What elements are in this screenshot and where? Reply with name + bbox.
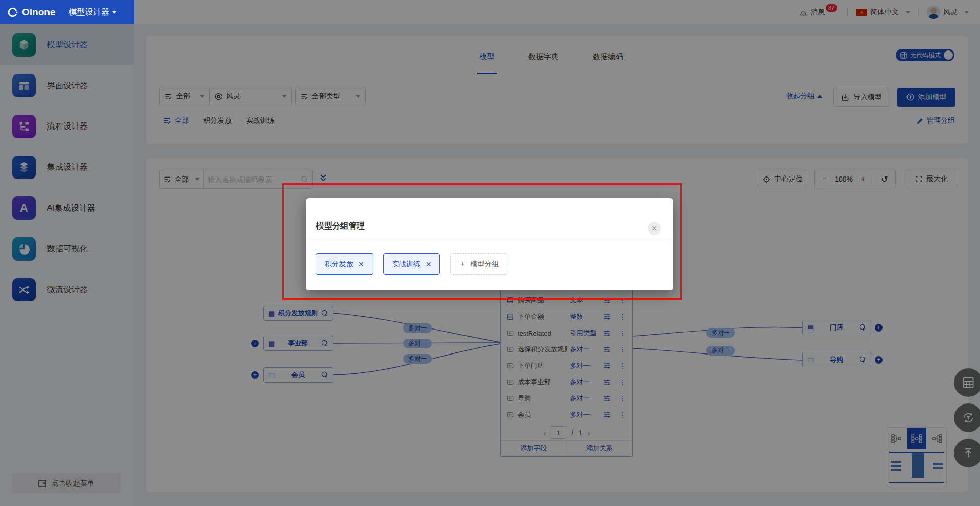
modal-title: 模型分组管理 bbox=[316, 221, 365, 232]
group-tag-points[interactable]: 积分发放 ✕ bbox=[316, 253, 373, 275]
modal-overlay bbox=[134, 0, 980, 24]
logo-text: Oinone bbox=[22, 7, 55, 18]
model-group-modal: 模型分组管理 ✕ 积分发放 ✕ 实战训练 ✕ ＋ 模型分组 bbox=[306, 198, 673, 290]
header-brand-area: Oinone 模型设计器 bbox=[0, 0, 134, 24]
add-group-button[interactable]: ＋ 模型分组 bbox=[450, 253, 507, 275]
chevron-down-icon bbox=[112, 11, 116, 14]
modal-body: 积分发放 ✕ 实战训练 ✕ ＋ 模型分组 bbox=[306, 239, 673, 275]
close-icon[interactable]: ✕ bbox=[648, 222, 661, 235]
group-tag-label: 实战训练 bbox=[392, 260, 421, 269]
plus-icon: ＋ bbox=[459, 260, 466, 269]
modal-header: 模型分组管理 ✕ bbox=[306, 198, 673, 239]
app-switcher-label: 模型设计器 bbox=[68, 7, 109, 18]
remove-tag-icon[interactable]: ✕ bbox=[358, 260, 364, 268]
app-switcher[interactable]: 模型设计器 bbox=[68, 7, 116, 18]
oinone-logo: Oinone bbox=[7, 7, 55, 18]
remove-tag-icon[interactable]: ✕ bbox=[426, 260, 432, 268]
group-tag-training[interactable]: 实战训练 ✕ bbox=[383, 253, 440, 275]
group-tag-label: 积分发放 bbox=[325, 260, 353, 269]
oinone-logo-icon bbox=[7, 7, 18, 18]
add-group-label: 模型分组 bbox=[470, 260, 499, 269]
